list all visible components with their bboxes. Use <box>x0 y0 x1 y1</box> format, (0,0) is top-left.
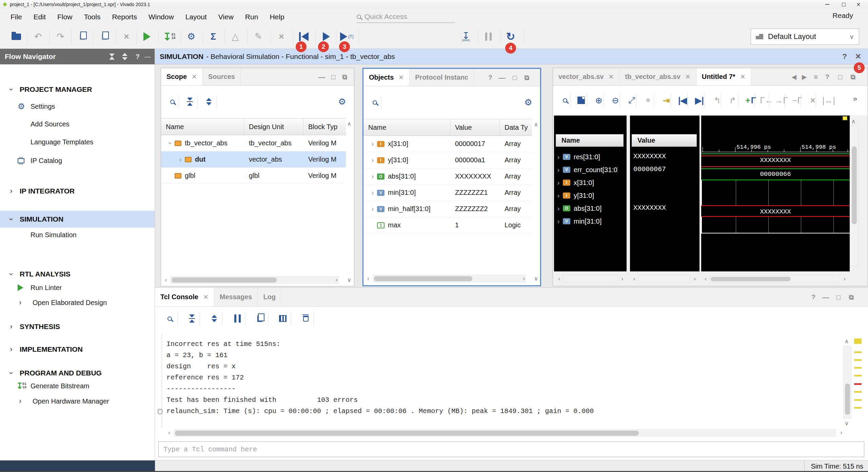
chevron-down-icon[interactable]: › <box>6 215 16 224</box>
tab-untitled-7[interactable]: Untitled 7*✕ <box>696 68 751 85</box>
objects-hscrollbar[interactable] <box>373 275 526 282</box>
maximize-icon[interactable]: □ <box>833 291 844 303</box>
scroll-right-icon[interactable]: › <box>841 275 849 283</box>
close-simulation-icon[interactable]: ✕ <box>852 51 864 62</box>
scroll-right-icon[interactable]: › <box>520 274 528 283</box>
scroll-left-icon[interactable]: ‹ <box>364 274 372 283</box>
wave-vscrollbar[interactable] <box>850 126 858 266</box>
help-icon[interactable]: ? <box>808 291 819 303</box>
chevron-right-icon[interactable]: › <box>19 397 21 406</box>
copy-button[interactable] <box>73 28 91 45</box>
gear-icon[interactable]: ⚙ <box>520 95 536 110</box>
pause-output-icon[interactable] <box>230 311 245 326</box>
flow-section-project-manager[interactable]: ›PROJECT MANAGER <box>0 82 155 97</box>
collapse-all-icon[interactable] <box>182 94 198 109</box>
scroll-right-icon[interactable]: › <box>691 275 699 283</box>
overflow-icon[interactable]: » <box>847 91 863 107</box>
tab-tcl-console[interactable]: Tcl Console✕ <box>155 288 214 306</box>
next-transition-icon[interactable]: ▶| <box>692 93 707 108</box>
wave-signal-x-31-0[interactable]: ›Ix[31:0] <box>554 176 627 189</box>
menu-icon[interactable]: ≡ <box>810 71 822 83</box>
tab-scroll-right-icon[interactable]: ▶ <box>798 71 810 83</box>
minimize-icon[interactable]: — <box>144 53 151 60</box>
close-icon[interactable]: ✕ <box>740 73 746 81</box>
sim-step-button[interactable]: ↧ <box>457 28 475 45</box>
scroll-left-icon[interactable]: ‹ <box>630 275 638 283</box>
tab-sources[interactable]: Sources <box>203 68 241 85</box>
layout-selector[interactable]: Default Layout ∨ <box>751 28 859 45</box>
copy-icon[interactable] <box>252 311 268 326</box>
menu-item-run[interactable]: Run <box>239 13 264 21</box>
settings-gear-button[interactable]: ⚙ <box>182 28 200 45</box>
expand-all-icon[interactable] <box>201 94 217 109</box>
sim-pause-button[interactable] <box>479 28 497 45</box>
scope-row-dut[interactable]: ›dutvector_absVerilog M <box>161 151 346 168</box>
gear-icon[interactable]: ⚙ <box>334 94 350 109</box>
column-header-name[interactable]: Name <box>363 119 450 136</box>
menu-item-layout[interactable]: Layout <box>180 13 213 21</box>
zoom-in-icon[interactable]: ⊕ <box>591 93 607 108</box>
paste-button[interactable] <box>95 28 113 45</box>
flow-item-language-templates[interactable]: Language Templates <box>0 134 155 150</box>
scroll-down-icon[interactable]: ∨ <box>532 274 540 283</box>
trash-icon[interactable] <box>298 311 314 326</box>
close-icon[interactable]: ✕ <box>203 293 209 301</box>
flow-section-synthesis[interactable]: ›SYNTHESIS <box>0 319 155 334</box>
chevron-down-icon[interactable]: › <box>6 369 16 377</box>
menu-item-flow[interactable]: Flow <box>52 13 78 21</box>
scroll-up-icon[interactable]: ∧ <box>345 120 353 128</box>
menu-item-view[interactable]: View <box>213 13 239 21</box>
expand-all-icon[interactable] <box>206 311 222 326</box>
zoom-out-icon[interactable]: ⊖ <box>608 93 623 108</box>
zoom-fit-icon[interactable]: ⤢ <box>624 93 639 108</box>
columns-icon[interactable] <box>275 311 291 326</box>
annotation-mark[interactable] <box>854 407 862 409</box>
quick-access-search[interactable]: Quick Access <box>357 11 455 23</box>
maximize-icon[interactable]: □ <box>834 71 846 83</box>
minimize-icon[interactable]: — <box>820 291 831 303</box>
search-icon[interactable] <box>557 93 573 108</box>
window-minimize-button[interactable] <box>821 1 834 8</box>
go-to-time-icon[interactable]: ⇥ <box>658 93 674 108</box>
next-marker-icon[interactable]: →Γ <box>773 93 789 108</box>
menu-item-file[interactable]: File <box>5 13 28 21</box>
close-icon[interactable]: ✕ <box>608 73 614 81</box>
search-icon[interactable] <box>367 95 382 110</box>
flow-section-ip-integrator[interactable]: ›IP INTEGRATOR <box>0 183 155 199</box>
scroll-down-icon[interactable]: ∨ <box>843 419 851 427</box>
flow-item-open-hardware-manager[interactable]: ›Open Hardware Manager <box>0 393 155 409</box>
scroll-up-icon[interactable]: ∧ <box>849 117 857 125</box>
wave-signal-err-count-31-0[interactable]: ›Verr_count[31:0] <box>554 163 627 176</box>
scroll-right-icon[interactable]: › <box>332 276 340 284</box>
tab-scroll-left-icon[interactable]: ◀ <box>788 71 800 83</box>
chevron-right-icon[interactable]: › <box>6 187 16 196</box>
tab-log[interactable]: Log <box>258 288 281 306</box>
validate-button[interactable]: △ <box>226 28 244 45</box>
wave-signal-abs-31-0[interactable]: ›Oabs[31:0] <box>554 202 627 215</box>
float-icon[interactable]: ⧉ <box>521 72 533 83</box>
scroll-up-icon[interactable]: ∧ <box>532 120 540 128</box>
close-icon[interactable]: ✕ <box>398 74 404 81</box>
scope-row-glbl[interactable]: glblglblVerilog M <box>161 168 346 184</box>
tab-tb-vector-abs-sv[interactable]: tb_vector_abs.sv✕ <box>619 68 696 85</box>
scroll-left-icon[interactable]: ‹ <box>702 275 710 283</box>
annotation-mark[interactable] <box>854 375 862 376</box>
previous-transition-icon[interactable]: |◀ <box>675 93 690 108</box>
scope-row-tb-vector-abs[interactable]: ›tb_vector_abstb_vector_absVerilog M <box>161 135 346 151</box>
column-header-value[interactable]: Value <box>450 119 500 136</box>
console-hscrollbar[interactable] <box>174 429 836 437</box>
help-icon[interactable]: ? <box>822 71 833 83</box>
flow-item-run-linter[interactable]: Run Linter <box>0 280 155 295</box>
wave-marker-flag[interactable] <box>843 116 847 120</box>
menu-item-window[interactable]: Window <box>143 13 180 21</box>
wave-signal-min-31-0[interactable]: ›Vmin[31:0] <box>554 215 627 228</box>
previous-marker-icon[interactable]: Γ← <box>759 93 774 108</box>
delete-button[interactable]: × <box>118 28 135 45</box>
chevron-right-icon[interactable]: › <box>6 322 16 331</box>
scroll-left-icon[interactable]: ‹ <box>165 429 173 437</box>
report-sigma-button[interactable]: Σ <box>204 28 222 45</box>
objects-row-min-31-0[interactable]: ›Vmin[31:0]ZZZZZZZ1Array <box>363 185 532 201</box>
wave-values-hscrollbar[interactable] <box>638 275 690 282</box>
help-icon[interactable]: ? <box>839 51 850 62</box>
window-restore-button[interactable] <box>837 1 850 8</box>
